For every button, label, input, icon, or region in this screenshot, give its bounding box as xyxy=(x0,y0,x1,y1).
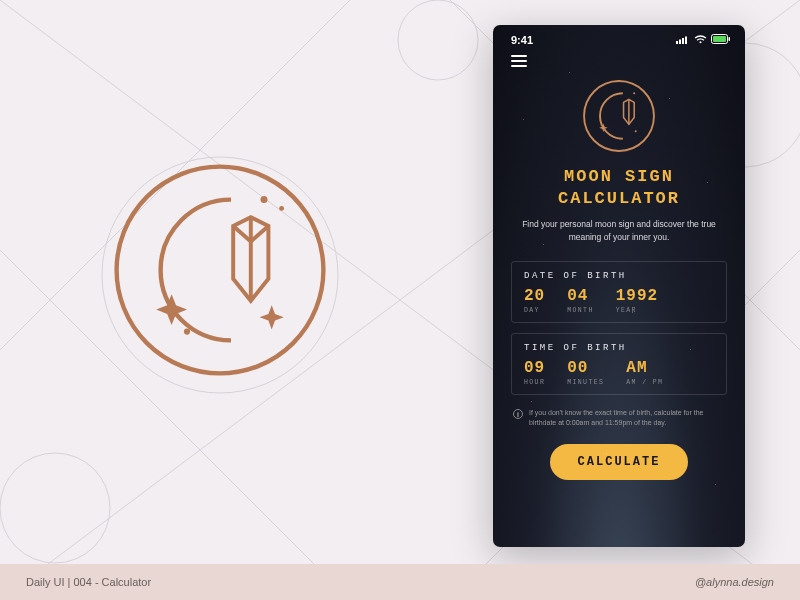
tob-hour-value: 09 xyxy=(524,359,545,377)
app-subtitle: Find your personal moon sign and discove… xyxy=(493,210,745,255)
dob-day-label: DAY xyxy=(524,307,545,314)
svg-rect-23 xyxy=(713,36,726,42)
dob-month-label: MONTH xyxy=(567,307,594,314)
footer-right: @alynna.design xyxy=(695,576,774,588)
hamburger-menu-button[interactable] xyxy=(493,50,745,76)
svg-rect-24 xyxy=(729,37,731,41)
tob-minutes-field[interactable]: 00 MINUTES xyxy=(567,359,604,386)
tob-ampm-field[interactable]: AM AM / PM xyxy=(626,359,663,386)
signal-icon xyxy=(676,34,690,46)
date-of-birth-section: DATE OF BIRTH 20 DAY 04 MONTH 1992 YEAR xyxy=(511,261,727,323)
status-time: 9:41 xyxy=(511,34,533,46)
app-title: MOON SIGN CALCULATOR xyxy=(493,166,745,210)
svg-point-16 xyxy=(184,329,190,335)
tob-hour-label: HOUR xyxy=(524,379,545,386)
tob-ampm-value: AM xyxy=(626,359,663,377)
tob-label: TIME OF BIRTH xyxy=(524,343,714,353)
svg-rect-19 xyxy=(682,38,684,44)
moon-crystal-logo-large xyxy=(110,160,330,380)
phone-screen: 9:41 xyxy=(493,25,745,547)
moon-crystal-logo-small xyxy=(493,78,745,154)
svg-rect-20 xyxy=(685,37,687,45)
dob-month-value: 04 xyxy=(567,287,594,305)
tob-ampm-label: AM / PM xyxy=(626,379,663,386)
svg-point-25 xyxy=(584,81,654,151)
footer-bar: Daily UI | 004 - Calculator @alynna.desi… xyxy=(0,564,800,600)
status-bar: 9:41 xyxy=(493,25,745,50)
dob-label: DATE OF BIRTH xyxy=(524,271,714,281)
time-of-birth-section: TIME OF BIRTH 09 HOUR 00 MINUTES AM AM /… xyxy=(511,333,727,395)
svg-point-14 xyxy=(260,196,267,203)
wifi-icon xyxy=(694,34,707,46)
dob-year-value: 1992 xyxy=(616,287,658,305)
svg-rect-18 xyxy=(679,40,681,45)
svg-point-10 xyxy=(117,167,324,374)
dob-year-field[interactable]: 1992 YEAR xyxy=(616,287,658,314)
svg-point-7 xyxy=(0,453,110,563)
svg-point-27 xyxy=(633,92,635,94)
svg-point-21 xyxy=(700,41,702,43)
svg-point-9 xyxy=(398,0,478,80)
tob-hour-field[interactable]: 09 HOUR xyxy=(524,359,545,386)
tob-minutes-label: MINUTES xyxy=(567,379,604,386)
calculate-button[interactable]: CALCULATE xyxy=(550,444,689,480)
info-icon: i xyxy=(513,409,523,419)
dob-day-field[interactable]: 20 DAY xyxy=(524,287,545,314)
svg-rect-17 xyxy=(676,41,678,44)
title-line-1: MOON SIGN xyxy=(564,167,674,186)
hint-text: If you don't know the exact time of birt… xyxy=(529,408,725,428)
svg-point-15 xyxy=(279,206,284,211)
dob-day-value: 20 xyxy=(524,287,545,305)
tob-minutes-value: 00 xyxy=(567,359,604,377)
svg-point-28 xyxy=(635,130,637,132)
svg-line-13 xyxy=(251,226,269,241)
footer-left: Daily UI | 004 - Calculator xyxy=(26,576,151,588)
title-line-2: CALCULATOR xyxy=(558,189,680,208)
dob-month-field[interactable]: 04 MONTH xyxy=(567,287,594,314)
dob-year-label: YEAR xyxy=(616,307,658,314)
battery-icon xyxy=(711,34,731,46)
hint-row: i If you don't know the exact time of bi… xyxy=(493,405,745,428)
svg-line-12 xyxy=(233,226,251,241)
